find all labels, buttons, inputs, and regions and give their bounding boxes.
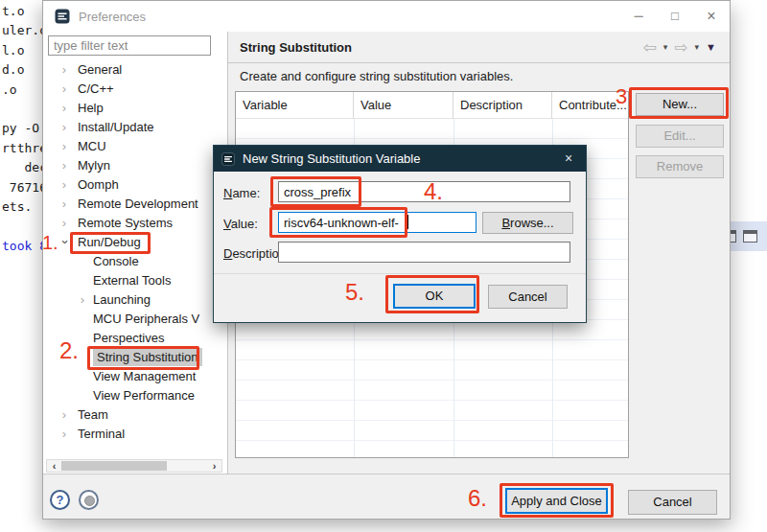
chevron-collapsed-icon[interactable]: › xyxy=(58,80,70,99)
edit-button[interactable]: Edit... xyxy=(636,125,724,148)
dialog-cancel-button[interactable]: Cancel xyxy=(488,285,568,309)
sidebar-item-oomph[interactable]: ›Oomph xyxy=(43,175,227,195)
background-window-icon xyxy=(731,230,736,243)
value-label: Value: xyxy=(223,217,258,231)
sidebar-item-label: MCU Peripherals V xyxy=(93,312,199,326)
chevron-collapsed-icon[interactable]: › xyxy=(58,425,70,444)
sidebar-item-team[interactable]: ›Team xyxy=(43,405,227,425)
filter-input[interactable] xyxy=(48,35,211,56)
chevron-collapsed-icon[interactable]: › xyxy=(58,175,70,195)
chevron-collapsed-icon[interactable]: › xyxy=(58,118,70,137)
chevron-collapsed-icon[interactable]: › xyxy=(58,195,70,214)
browse-button[interactable]: Browse... xyxy=(482,212,573,234)
name-field[interactable] xyxy=(278,181,570,202)
panel-description: Create and configure string substitution… xyxy=(240,69,513,83)
scroll-right-icon[interactable]: › xyxy=(208,460,221,472)
sidebar-item-view-management[interactable]: View Management xyxy=(43,367,227,386)
sidebar-item-label: Remote Development xyxy=(78,197,198,211)
sidebar-item-label: Mylyn xyxy=(78,158,110,173)
sidebar-item-run-debug[interactable]: ›Run/Debug xyxy=(43,233,227,252)
sidebar-item-remote-systems[interactable]: ›Remote Systems xyxy=(43,214,227,233)
help-icon[interactable]: ? xyxy=(50,490,70,510)
macro-record-icon[interactable] xyxy=(79,490,99,510)
sidebar-item-label: MCU xyxy=(78,139,106,153)
sidebar-item-terminal[interactable]: ›Terminal xyxy=(43,425,227,444)
dialog-separator xyxy=(214,273,586,274)
chevron-collapsed-icon[interactable]: › xyxy=(58,137,70,156)
panel-header: String Substitution ⇦ ▾ ⇨ ▾ ▼ xyxy=(228,32,730,63)
back-dropdown-icon[interactable]: ▾ xyxy=(663,42,668,52)
chevron-expanded-icon[interactable]: › xyxy=(56,236,75,247)
screenshot-root: t.ouler.ol.od.o.o py -O brtthrea dec 767… xyxy=(0,0,767,532)
sidebar-item-label: View Management xyxy=(93,369,196,383)
dialog-close-icon[interactable]: × xyxy=(551,146,586,172)
new-variable-dialog: New String Substitution Variable × Name:… xyxy=(213,145,587,323)
table-column-header[interactable]: Variable xyxy=(236,92,354,119)
sidebar-item-label: External Tools xyxy=(93,273,171,288)
sidebar-item-mcu-peripherals-v[interactable]: MCU Peripherals V xyxy=(43,310,227,329)
sidebar-item-mcu[interactable]: ›MCU xyxy=(43,137,227,156)
description-field[interactable] xyxy=(278,242,570,263)
sidebar-item-console[interactable]: Console xyxy=(43,252,227,271)
sidebar-item-label: Terminal xyxy=(78,427,125,441)
new-button[interactable]: New... xyxy=(636,93,724,116)
dialog-app-icon xyxy=(221,152,235,166)
window-titlebar: Preferences ─ □ × xyxy=(43,1,730,32)
chevron-collapsed-icon[interactable]: › xyxy=(58,214,70,233)
chevron-collapsed-icon[interactable]: › xyxy=(58,60,70,80)
chevron-collapsed-icon[interactable]: › xyxy=(58,405,70,425)
table-column-header[interactable]: Description xyxy=(453,92,552,119)
sidebar-item-label: General xyxy=(78,62,122,77)
ok-button[interactable]: OK xyxy=(393,284,476,309)
footer-separator xyxy=(43,474,730,474)
table-header-row: VariableValueDescriptionContribute... xyxy=(236,92,628,119)
scrollbar-thumb[interactable] xyxy=(61,461,167,471)
chevron-collapsed-icon[interactable]: › xyxy=(58,99,70,118)
sidebar-item-label: C/C++ xyxy=(78,81,114,96)
name-label: Name: xyxy=(223,186,260,200)
sidebar-item-mylyn[interactable]: ›Mylyn xyxy=(43,156,227,175)
back-icon[interactable]: ⇦ xyxy=(643,39,657,56)
chevron-collapsed-icon[interactable]: › xyxy=(77,290,88,310)
sidebar-item-launching[interactable]: ›Launching xyxy=(43,290,227,310)
forward-icon[interactable]: ⇨ xyxy=(674,39,687,56)
sidebar-item-label: String Substitution xyxy=(93,348,202,366)
sidebar-item-label: Run/Debug xyxy=(78,235,141,249)
close-button[interactable]: × xyxy=(693,1,730,32)
sidebar-item-remote-development[interactable]: ›Remote Development xyxy=(43,195,227,214)
chevron-collapsed-icon[interactable]: › xyxy=(58,156,70,175)
sidebar-item-external-tools[interactable]: External Tools xyxy=(43,271,227,290)
sidebar-item-help[interactable]: ›Help xyxy=(43,99,227,118)
app-icon xyxy=(55,9,70,24)
dialog-titlebar: New String Substitution Variable × xyxy=(214,146,586,172)
sidebar-item-install-update[interactable]: ›Install/Update xyxy=(43,118,227,137)
forward-dropdown-icon[interactable]: ▾ xyxy=(695,42,700,52)
maximize-button[interactable]: □ xyxy=(657,1,693,32)
page-title: String Substitution xyxy=(240,40,352,55)
sidebar-horizontal-scrollbar[interactable]: ‹ › xyxy=(46,459,222,473)
value-field[interactable] xyxy=(278,212,476,233)
background-view-strip xyxy=(731,221,767,251)
remove-button[interactable]: Remove xyxy=(636,155,724,178)
sidebar-item-view-performance[interactable]: View Performance xyxy=(43,386,227,405)
view-menu-icon[interactable]: ▼ xyxy=(706,41,716,53)
scroll-left-icon[interactable]: ‹ xyxy=(48,460,60,472)
table-column-header[interactable]: Contribute... xyxy=(552,92,628,119)
sidebar-item-label: Remote Systems xyxy=(78,216,173,230)
sidebar-item-label: Perspectives xyxy=(93,331,164,345)
apply-and-close-button[interactable]: Apply and Close xyxy=(505,488,608,514)
sidebar-item-string-substitution[interactable]: String Substitution xyxy=(43,348,227,367)
background-window-icon xyxy=(743,230,757,243)
sidebar-item-label: Install/Update xyxy=(78,120,154,134)
sidebar-item-perspectives[interactable]: Perspectives xyxy=(43,329,227,348)
minimize-button[interactable]: ─ xyxy=(620,1,657,32)
sidebar-item-c-c-[interactable]: ›C/C++ xyxy=(43,80,227,99)
window-title: Preferences xyxy=(79,10,146,24)
table-column-header[interactable]: Value xyxy=(354,92,453,119)
sidebar-item-label: Team xyxy=(78,407,108,422)
sidebar-item-general[interactable]: ›General xyxy=(43,60,227,80)
sidebar-item-label: Oomph xyxy=(78,177,119,192)
sidebar-item-label: Launching xyxy=(93,292,151,307)
sidebar-item-label: Help xyxy=(78,101,104,115)
cancel-button[interactable]: Cancel xyxy=(628,490,717,515)
